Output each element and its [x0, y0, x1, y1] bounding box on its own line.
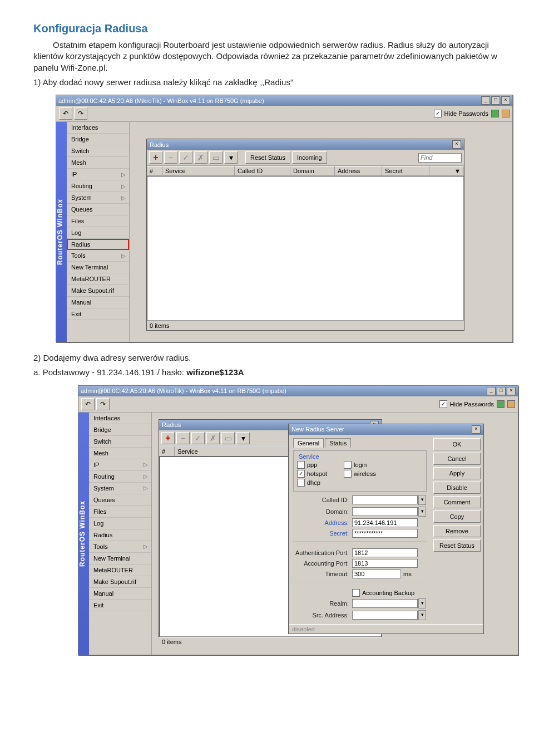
auth-port-input[interactable] [352, 548, 418, 557]
sidebar-item-routing[interactable]: Routing▷ [89, 471, 151, 483]
sidebar-item-switch[interactable]: Switch [89, 436, 151, 448]
col-num[interactable]: # [147, 166, 162, 175]
maximize-icon[interactable]: □ [491, 96, 500, 105]
sidebar-item-exit[interactable]: Exit [67, 308, 129, 320]
sidebar-item-log[interactable]: Log [67, 227, 129, 239]
enable-button[interactable]: ✓ [191, 432, 205, 444]
sidebar-item-radius[interactable]: Radius [67, 239, 129, 250]
col-domain[interactable]: Domain [290, 166, 335, 175]
sidebar-item-make-supout-rif[interactable]: Make Supout.rif [67, 285, 129, 297]
minimize-icon[interactable]: _ [487, 387, 496, 395]
col-service[interactable]: Service [162, 166, 235, 175]
sidebar-item-system[interactable]: System▷ [89, 483, 151, 494]
minimize-icon[interactable]: _ [481, 96, 490, 105]
sidebar-item-ip[interactable]: IP▷ [67, 169, 129, 180]
wireless-checkbox[interactable] [344, 470, 352, 478]
reset-status-button[interactable]: Reset Status [433, 539, 481, 552]
sidebar-item-mesh[interactable]: Mesh [67, 157, 129, 169]
radius-close-icon[interactable]: × [452, 140, 461, 149]
domain-input[interactable] [352, 507, 418, 516]
login-checkbox[interactable] [344, 461, 352, 469]
sidebar-item-interfaces[interactable]: Interfaces [67, 122, 129, 134]
sidebar-item-interfaces[interactable]: Interfaces [89, 413, 151, 424]
col-dropdown-icon[interactable]: ▼ [429, 166, 464, 175]
tab-status[interactable]: Status [325, 438, 351, 448]
close-icon[interactable]: × [501, 96, 510, 105]
sidebar-item-new-terminal[interactable]: New Terminal [67, 262, 129, 273]
called-id-drop-icon[interactable]: ▾ [418, 495, 426, 505]
cancel-button[interactable]: Cancel [433, 453, 481, 465]
sidebar-item-bridge[interactable]: Bridge [89, 424, 151, 436]
comment-button[interactable]: Comment [433, 496, 481, 508]
reset-status-button[interactable]: Reset Status [245, 151, 290, 164]
sidebar-item-manual[interactable]: Manual [89, 588, 151, 600]
hotspot-checkbox[interactable] [297, 470, 305, 478]
ppp-checkbox[interactable] [297, 461, 305, 469]
col-secret[interactable]: Secret [382, 166, 429, 175]
hide-passwords-checkbox[interactable] [434, 110, 442, 117]
sidebar-item-log[interactable]: Log [89, 518, 151, 529]
comment-button[interactable]: ▭ [221, 432, 235, 444]
sidebar-item-mesh[interactable]: Mesh [89, 448, 151, 459]
called-id-input[interactable] [352, 495, 418, 504]
sidebar-item-exit[interactable]: Exit [89, 600, 151, 611]
col-num[interactable]: # [159, 446, 175, 456]
hide-passwords-checkbox[interactable] [439, 400, 447, 408]
find-input[interactable] [418, 153, 462, 163]
forward-button[interactable]: ↷ [74, 107, 87, 120]
incoming-button[interactable]: Incoming [292, 151, 327, 164]
sidebar-item-metarouter[interactable]: MetaROUTER [89, 564, 151, 576]
sidebar-item-tools[interactable]: Tools▷ [67, 250, 129, 262]
close-icon[interactable]: × [507, 387, 516, 395]
add-button[interactable]: + [149, 151, 162, 164]
sidebar-item-manual[interactable]: Manual [67, 297, 129, 308]
comment-button[interactable]: ▭ [209, 151, 222, 164]
sidebar-item-files[interactable]: Files [89, 506, 151, 518]
sidebar-item-radius[interactable]: Radius [89, 529, 151, 541]
add-button[interactable]: + [161, 432, 175, 444]
maximize-icon[interactable]: □ [497, 387, 506, 395]
realm-drop-icon[interactable]: ▾ [418, 598, 426, 608]
ok-button[interactable]: OK [433, 438, 481, 450]
domain-drop-icon[interactable]: ▾ [418, 507, 426, 517]
sidebar-item-ip[interactable]: IP▷ [89, 459, 151, 471]
acct-port-input[interactable] [352, 559, 418, 568]
sidebar-item-tools[interactable]: Tools▷ [89, 541, 151, 553]
sidebar-item-bridge[interactable]: Bridge [67, 134, 129, 145]
sidebar-item-make-supout-rif[interactable]: Make Supout.rif [89, 576, 151, 588]
tab-general[interactable]: General [293, 438, 324, 448]
remove-button[interactable]: − [164, 151, 177, 164]
dialog-close-icon[interactable]: × [472, 425, 481, 434]
sidebar-item-new-terminal[interactable]: New Terminal [89, 553, 151, 564]
address-input[interactable] [352, 518, 418, 527]
realm-input[interactable] [352, 599, 418, 608]
remove-button[interactable]: Remove [433, 525, 481, 537]
disable-button[interactable]: ✗ [194, 151, 207, 164]
sidebar-item-metarouter[interactable]: MetaROUTER [67, 273, 129, 285]
sidebar-item-routing[interactable]: Routing▷ [67, 180, 129, 192]
sidebar-item-queues[interactable]: Queues [67, 204, 129, 215]
back-button[interactable]: ↶ [81, 398, 95, 410]
filter-button[interactable]: ▾ [224, 151, 238, 164]
src-address-input[interactable] [352, 611, 418, 620]
sidebar-item-queues[interactable]: Queues [89, 494, 151, 506]
filter-button[interactable]: ▾ [236, 432, 250, 444]
secret-input[interactable] [352, 529, 418, 538]
apply-button[interactable]: Apply [433, 467, 481, 479]
col-address[interactable]: Address [335, 166, 382, 175]
disable-button[interactable]: Disable [433, 482, 481, 494]
sidebar-item-switch[interactable]: Switch [67, 145, 129, 157]
timeout-input[interactable] [352, 570, 401, 578]
sidebar-item-system[interactable]: System▷ [67, 192, 129, 204]
copy-button[interactable]: Copy [433, 510, 481, 523]
forward-button[interactable]: ↷ [96, 398, 110, 410]
acct-backup-checkbox[interactable] [352, 589, 360, 597]
col-called-id[interactable]: Called ID [235, 166, 290, 175]
disable-button[interactable]: ✗ [206, 432, 220, 444]
dhcp-checkbox[interactable] [297, 479, 305, 487]
src-drop-icon[interactable]: ▾ [418, 610, 426, 620]
remove-button[interactable]: − [176, 432, 190, 444]
enable-button[interactable]: ✓ [179, 151, 192, 164]
radius-grid-body[interactable] [147, 176, 464, 321]
back-button[interactable]: ↶ [59, 107, 72, 120]
